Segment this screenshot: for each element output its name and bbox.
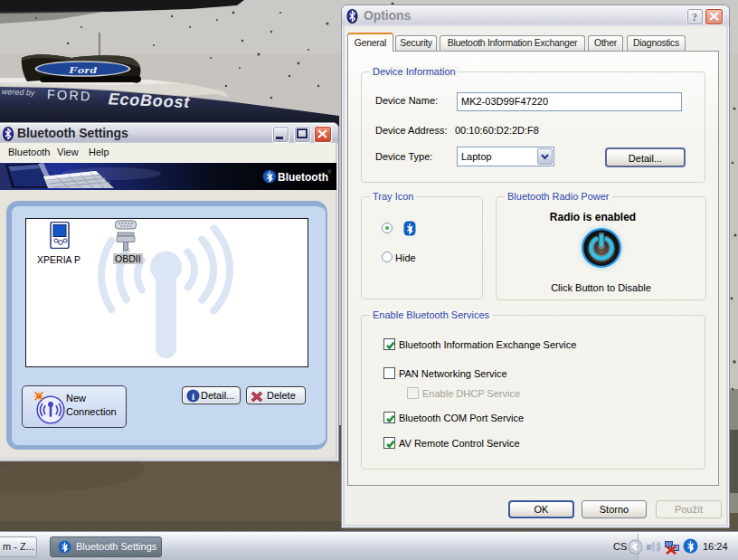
svg-text:EcoBoost: EcoBoost [108,90,190,111]
svg-text:FORD: FORD [47,87,93,103]
svg-text:Ford: Ford [68,64,97,75]
svg-text:?: ? [692,11,697,24]
svg-text:Bluetooth: Bluetooth [278,171,328,184]
svg-text:wered by: wered by [2,87,35,98]
svg-text:i: i [192,391,194,402]
svg-text:®: ® [327,169,332,175]
